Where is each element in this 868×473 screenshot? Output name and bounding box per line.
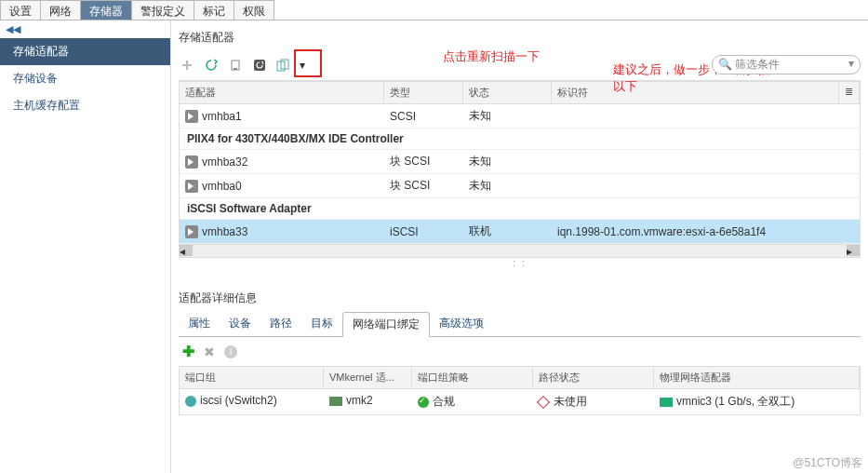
main-content: 点击重新扫描一下 建议之后，做一步，重新扫描 以下 存储适配器 ▾ 🔍 筛选条件… <box>171 20 868 473</box>
sidebar-item[interactable]: 存储适配器 <box>0 38 170 65</box>
adapter-row[interactable]: vmhba1SCSI未知 <box>180 104 860 128</box>
compliant-icon <box>418 397 429 408</box>
info-icon[interactable]: i <box>224 345 237 358</box>
adapter-row[interactable]: vmhba0块 SCSI未知 <box>180 174 860 198</box>
details-tab[interactable]: 高级选项 <box>430 312 493 336</box>
host-icon[interactable] <box>227 57 244 74</box>
adapter-icon <box>185 110 198 123</box>
top-tab[interactable]: 警报定义 <box>131 0 194 20</box>
sidebar-item[interactable]: 存储设备 <box>0 65 170 92</box>
binding-toolbar: ✚ ✖ i <box>179 337 861 366</box>
top-tab[interactable]: 设置 <box>0 0 41 20</box>
rescan-icon[interactable] <box>251 57 268 74</box>
section-title-adapters: 存储适配器 <box>179 30 861 46</box>
adapter-toolbar: ▾ 🔍 筛选条件 <box>179 51 861 81</box>
splitter[interactable]: : : <box>179 258 861 268</box>
top-tab[interactable]: 权限 <box>234 0 274 20</box>
adapter-group-header: iSCSI Software Adapter <box>180 198 860 220</box>
svg-rect-3 <box>234 68 237 70</box>
remove-binding-button: ✖ <box>204 345 215 359</box>
portgroup-icon <box>185 396 196 407</box>
adapter-icon <box>185 155 198 169</box>
adapter-grid-body: vmhba1SCSI未知PIIX4 for 430TX/440BX/MX IDE… <box>179 104 861 245</box>
filter-input[interactable]: 🔍 筛选条件 <box>712 55 861 74</box>
top-tab[interactable]: 网络 <box>40 0 81 20</box>
vmkernel-icon <box>329 397 342 406</box>
col-status[interactable]: 状态 <box>463 82 552 103</box>
details-tab[interactable]: 目标 <box>301 312 342 336</box>
details-tab[interactable]: 路径 <box>260 312 301 336</box>
top-tab[interactable]: 存储器 <box>80 0 132 20</box>
sidebar: ◀◀ 存储适配器存储设备主机缓存配置 <box>0 20 171 473</box>
col-type[interactable]: 类型 <box>384 82 463 103</box>
search-icon: 🔍 <box>718 58 732 71</box>
adapter-group-header: PIIX4 for 430TX/440BX/MX IDE Controller <box>180 128 860 150</box>
adapter-details: 适配器详细信息 属性设备路径目标网络端口绑定高级选项 ✚ ✖ i 端口组 VMk… <box>179 291 861 415</box>
adapter-icon <box>185 225 198 238</box>
details-tab[interactable]: 设备 <box>220 312 260 336</box>
top-tabbar: 设置网络存储器警报定义标记权限 <box>0 0 868 20</box>
col-menu[interactable]: ≣ <box>839 82 860 103</box>
unused-icon <box>537 396 550 409</box>
adapter-grid-header: 适配器 类型 状态 标识符 ≣ <box>179 81 861 104</box>
details-title: 适配器详细信息 <box>179 291 861 306</box>
details-tab[interactable]: 网络端口绑定 <box>342 312 430 337</box>
copy-icon[interactable] <box>275 57 292 74</box>
top-tab[interactable]: 标记 <box>194 0 234 20</box>
sidebar-items: 存储适配器存储设备主机缓存配置 <box>0 38 170 119</box>
watermark: @51CTO博客 <box>793 455 862 471</box>
binding-row[interactable]: iscsi (vSwitch2) vmk2 合规 未使用 vmnic3 (1 G… <box>179 389 861 415</box>
refresh-icon[interactable] <box>203 57 220 74</box>
adapter-row[interactable]: vmhba33iSCSI联机iqn.1998-01.com.vmware:esx… <box>180 220 860 244</box>
add-binding-button[interactable]: ✚ <box>182 343 194 360</box>
sidebar-collapse[interactable]: ◀◀ <box>0 20 170 38</box>
sidebar-item[interactable]: 主机缓存配置 <box>0 92 170 119</box>
details-tab[interactable]: 属性 <box>179 312 220 336</box>
nic-icon <box>660 398 673 407</box>
details-tabs: 属性设备路径目标网络端口绑定高级选项 <box>179 312 861 337</box>
binding-grid-header: 端口组 VMkernel 适... 端口组策略 路径状态 物理网络适配器 <box>179 366 861 389</box>
add-icon[interactable] <box>179 57 195 74</box>
adapter-row[interactable]: vmhba32块 SCSI未知 <box>180 150 860 174</box>
adapter-icon <box>185 180 198 193</box>
dropdown-arrow-icon[interactable]: ▾ <box>294 57 311 74</box>
svg-rect-4 <box>254 60 265 71</box>
col-adapter[interactable]: 适配器 <box>180 82 384 103</box>
col-identifier[interactable]: 标识符 <box>552 82 839 103</box>
h-scrollbar[interactable]: ◂▸ <box>179 245 861 258</box>
